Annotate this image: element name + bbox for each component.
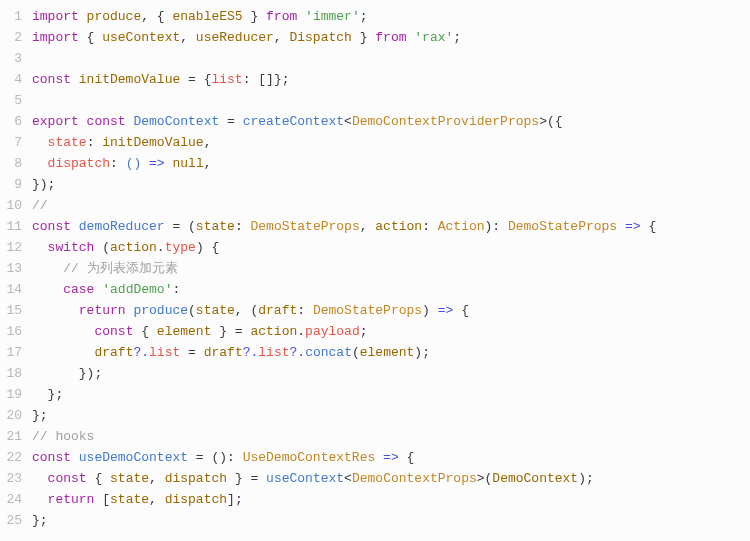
line-number: 17 xyxy=(0,342,32,363)
token-default xyxy=(32,345,94,360)
token-default: ]; xyxy=(227,492,243,507)
code-line: 22const useDemoContext = (): UseDemoCont… xyxy=(0,447,750,468)
token-prop: list xyxy=(211,72,242,87)
token-ident: dispatch xyxy=(165,492,227,507)
token-op: => xyxy=(149,156,165,171)
token-type: DemoContextProps xyxy=(352,471,477,486)
code-line: 8 dispatch: () => null, xyxy=(0,153,750,174)
line-content: const useDemoContext = (): UseDemoContex… xyxy=(32,447,750,468)
token-default: [ xyxy=(94,492,110,507)
token-prop: list xyxy=(149,345,180,360)
code-line: 18 }); xyxy=(0,363,750,384)
line-number: 20 xyxy=(0,405,32,426)
token-default xyxy=(375,450,383,465)
token-default: ) xyxy=(422,303,438,318)
token-punct: , { xyxy=(141,9,172,24)
token-keyword: case xyxy=(63,282,102,297)
token-keyword: from xyxy=(375,30,414,45)
token-keyword: export const xyxy=(32,114,133,129)
token-ident: action xyxy=(250,324,297,339)
token-prop: list xyxy=(258,345,289,360)
line-number: 6 xyxy=(0,111,32,132)
line-content: }; xyxy=(32,405,750,426)
line-content xyxy=(32,48,750,69)
code-line: 17 draft?.list = draft?.list?.concat(ele… xyxy=(0,342,750,363)
token-default: ) { xyxy=(196,240,219,255)
token-default xyxy=(617,219,625,234)
code-line: 15 return produce(state, (draft: DemoSta… xyxy=(0,300,750,321)
line-number: 12 xyxy=(0,237,32,258)
token-default xyxy=(32,492,48,507)
token-default: : xyxy=(172,282,180,297)
token-default: >( xyxy=(477,471,493,486)
token-func: useDemoContext xyxy=(79,450,188,465)
token-default xyxy=(32,135,48,150)
token-func: DemoContext xyxy=(133,114,219,129)
token-default xyxy=(141,156,149,171)
token-default: { xyxy=(141,324,157,339)
token-prop: dispatch xyxy=(48,156,110,171)
token-default: = (): xyxy=(188,450,243,465)
code-line: 7 state: initDemoValue, xyxy=(0,132,750,153)
code-line: 14 case 'addDemo': xyxy=(0,279,750,300)
token-prop: payload xyxy=(305,324,360,339)
token-default: , xyxy=(149,471,165,486)
token-ident: state xyxy=(110,492,149,507)
code-line: 19 }; xyxy=(0,384,750,405)
token-type: DemoContextProviderProps xyxy=(352,114,539,129)
line-content xyxy=(32,90,750,111)
token-default: >({ xyxy=(539,114,562,129)
token-type: DemoStateProps xyxy=(313,303,422,318)
line-number: 21 xyxy=(0,426,32,447)
token-ident: state xyxy=(110,471,149,486)
line-number: 15 xyxy=(0,300,32,321)
token-default: : xyxy=(297,303,313,318)
line-content: const { element } = action.payload; xyxy=(32,321,750,342)
token-punct: , xyxy=(274,30,290,45)
token-ident: enableES5 xyxy=(172,9,242,24)
token-op: => xyxy=(625,219,641,234)
line-number: 10 xyxy=(0,195,32,216)
token-ident: Dispatch xyxy=(289,30,351,45)
token-ident: action xyxy=(375,219,422,234)
line-content: case 'addDemo': xyxy=(32,279,750,300)
token-op: => xyxy=(438,303,454,318)
token-op: => xyxy=(383,450,399,465)
token-default: , xyxy=(204,135,212,150)
token-default: : xyxy=(110,156,126,171)
code-block: 1import produce, { enableES5 } from 'imm… xyxy=(0,6,750,531)
token-paren: () xyxy=(126,156,142,171)
token-default: ; xyxy=(360,324,368,339)
line-content: const initDemoValue = {list: []}; xyxy=(32,69,750,90)
token-punct: { xyxy=(87,30,103,45)
token-ident: useContext xyxy=(102,30,180,45)
token-op: ?. xyxy=(133,345,149,360)
line-content: }); xyxy=(32,363,750,384)
token-default: } = xyxy=(211,324,250,339)
code-line: 12 switch (action.type) { xyxy=(0,237,750,258)
token-default: ( xyxy=(352,345,360,360)
line-content: import { useContext, useReducer, Dispatc… xyxy=(32,27,750,48)
token-default: { xyxy=(453,303,469,318)
code-line: 20}; xyxy=(0,405,750,426)
line-number: 14 xyxy=(0,279,32,300)
token-op: ?. xyxy=(290,345,306,360)
token-ident: action xyxy=(110,240,157,255)
token-punct: } xyxy=(352,30,375,45)
token-ident: draft xyxy=(204,345,243,360)
token-ident: draft xyxy=(94,345,133,360)
code-line: 24 return [state, dispatch]; xyxy=(0,489,750,510)
token-ident: element xyxy=(360,345,415,360)
line-content: state: initDemoValue, xyxy=(32,132,750,153)
line-content: import produce, { enableES5 } from 'imme… xyxy=(32,6,750,27)
token-ident: dispatch xyxy=(165,471,227,486)
token-keyword: const xyxy=(48,471,95,486)
code-line: 9}); xyxy=(0,174,750,195)
token-default: , ( xyxy=(235,303,258,318)
token-ident: initDemoValue xyxy=(102,135,203,150)
token-default: }); xyxy=(32,366,102,381)
token-punct: ; xyxy=(360,9,368,24)
line-content: // hooks xyxy=(32,426,750,447)
token-default: = { xyxy=(180,72,211,87)
token-keyword: return xyxy=(79,303,134,318)
